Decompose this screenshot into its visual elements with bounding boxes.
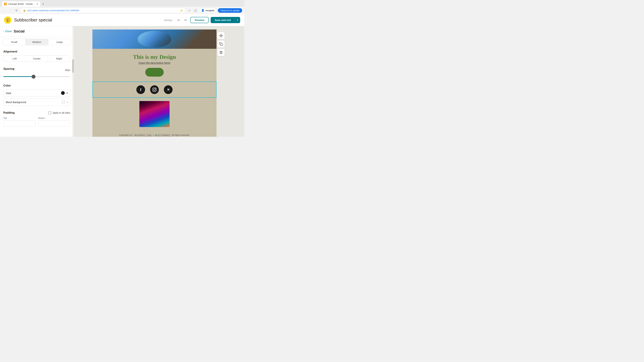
padding-header: Padding Apply to all sides <box>3 111 70 114</box>
tab-favicon: M <box>4 3 7 5</box>
back-button[interactable]: ‹ Done <box>3 30 12 33</box>
spacing-value: 30px <box>65 68 70 71</box>
save-dropdown-button[interactable]: ▾ <box>235 17 240 23</box>
bookmark-button[interactable]: ☆ <box>187 8 192 13</box>
align-right-button[interactable]: Right <box>48 55 70 62</box>
block-background-row[interactable]: Block Background › <box>3 98 70 106</box>
new-tab-button[interactable]: + <box>41 2 46 6</box>
slider-fill <box>3 76 34 77</box>
left-panel: ‹ Done Social Small Medium Large Alignme… <box>0 26 74 137</box>
social-section[interactable]: f ✕ <box>92 82 216 98</box>
active-tab[interactable]: M Campaign Builder - Sample Tem... ✕ <box>2 1 40 7</box>
save-exit-button[interactable]: Save and exit <box>211 17 235 23</box>
content-image <box>139 101 170 127</box>
bottom-input[interactable] <box>38 120 70 126</box>
design-subtitle: Insert the description here! <box>99 61 210 64</box>
block-bg-label: Block Background <box>6 101 62 104</box>
main-layout: ‹ Done Social Small Medium Large Alignme… <box>0 26 244 137</box>
footer-separator1: • <box>133 134 134 136</box>
cta-button[interactable] <box>145 68 164 77</box>
color-label: Color <box>3 84 70 87</box>
chevron-down-icon: ▾ <box>66 91 68 95</box>
delete-tool-button[interactable] <box>218 49 224 56</box>
tab-title: Campaign Builder - Sample Tem... <box>8 3 35 5</box>
padding-top-field: Top <box>3 117 36 126</box>
chevron-down-icon: ▾ <box>237 19 238 21</box>
preview-button[interactable]: Preview <box>190 17 209 23</box>
relaunch-button[interactable]: Relaunch to update <box>218 8 242 13</box>
apply-all-checkbox[interactable] <box>48 111 51 114</box>
refresh-button[interactable]: ↻ <box>14 8 19 13</box>
padding-title: Padding <box>3 111 14 114</box>
color-swatch <box>61 91 65 95</box>
spacing-slider[interactable] <box>3 75 70 79</box>
chevron-right-icon: › <box>67 100 68 104</box>
apply-all-label[interactable]: Apply to all sides <box>48 111 70 114</box>
nav-right: ☆ ⬜ 👤 Incognito Relaunch to update <box>187 8 242 13</box>
top-label: Top <box>3 117 36 119</box>
tag-dot <box>135 135 136 136</box>
back-button[interactable]: ‹ <box>2 8 7 13</box>
mailchimp-logo: 🐒 <box>4 16 12 24</box>
duplicate-tool-button[interactable] <box>218 40 224 48</box>
back-arrow-icon: ‹ <box>3 30 4 33</box>
svg-rect-3 <box>220 43 222 45</box>
right-tools <box>216 29 226 133</box>
svg-point-2 <box>155 88 156 89</box>
logo-emoji: 🐒 <box>6 18 10 22</box>
undo-redo-group: ↩ ↪ <box>176 17 188 23</box>
redo-button[interactable]: ↪ <box>182 17 188 23</box>
incognito-profile[interactable]: 👤 Incognito <box>199 8 216 13</box>
size-selector: Small Medium Large <box>0 37 74 47</box>
windows-button[interactable]: ⬜ <box>193 8 198 13</box>
back-label: Done <box>5 30 12 33</box>
size-large-button[interactable]: Large <box>48 39 71 45</box>
forward-button[interactable]: › <box>8 8 13 13</box>
align-center-button[interactable]: Center <box>26 55 48 62</box>
padding-section: Padding Apply to all sides Top Bottom <box>0 108 74 129</box>
instagram-icon[interactable] <box>150 85 159 94</box>
address-bar[interactable]: 🔒 us21.admin.mailchimp.com/email/editor?… <box>20 8 186 13</box>
x-twitter-icon[interactable]: ✕ <box>164 85 172 94</box>
svg-rect-0 <box>152 88 156 91</box>
header-actions: Saving... ↩ ↪ Preview Save and exit ▾ <box>164 17 240 23</box>
slider-thumb[interactable] <box>32 75 36 78</box>
panel-title: Social <box>14 29 25 33</box>
size-small-button[interactable]: Small <box>3 39 26 45</box>
alignment-group: Left Center Right <box>3 55 70 62</box>
color-dropdown[interactable]: Dark ▾ <box>3 89 70 97</box>
bottom-label: Bottom <box>38 117 70 119</box>
spacing-header: Spacing 30px <box>3 67 70 72</box>
no-color-icon <box>62 100 65 104</box>
campaign-name: Subbscriber special <box>14 17 161 23</box>
incognito-label: Incognito <box>206 9 214 12</box>
padding-fields: Top Bottom <box>3 117 70 126</box>
top-input[interactable] <box>3 120 36 126</box>
image-section <box>92 98 216 131</box>
alignment-section: Alignment Left Center Right <box>0 47 74 64</box>
undo-button[interactable]: ↩ <box>176 17 182 23</box>
tag-dot2 <box>156 135 156 136</box>
hero-photo <box>138 31 171 48</box>
copyright-text: Copyright (C) <box>119 134 132 136</box>
color-section: Color Dark ▾ Block Background › <box>0 81 74 108</box>
facebook-icon[interactable]: f <box>136 85 145 94</box>
align-left-button[interactable]: Left <box>4 55 26 62</box>
scrollbar-thumb[interactable] <box>72 59 74 73</box>
hero-image <box>92 29 216 49</box>
footer-rights: All rights reserved. <box>172 134 190 136</box>
footer-line1: Copyright (C) • CURRENT_YEAR • LIST:COMP… <box>95 134 214 137</box>
move-tool-button[interactable] <box>218 32 224 39</box>
tab-bar: M Campaign Builder - Sample Tem... ✕ + <box>0 0 244 7</box>
padding-bottom-field: Bottom <box>38 117 70 126</box>
canvas-area: This is my Design Insert the description… <box>74 26 244 137</box>
url-text: us21.admin.mailchimp.com/email/editor?id… <box>27 9 179 12</box>
tab-close-button[interactable]: ✕ <box>36 3 38 5</box>
size-medium-button[interactable]: Medium <box>26 39 48 45</box>
svg-point-1 <box>154 89 156 91</box>
spacing-section: Spacing 30px <box>0 64 74 81</box>
year-token: CURRENT_YEAR <box>134 134 152 137</box>
company-token: LIST:COMPANY <box>154 134 171 137</box>
browser-chrome: M Campaign Builder - Sample Tem... ✕ + ‹… <box>0 0 244 14</box>
email-canvas: This is my Design Insert the description… <box>92 29 216 133</box>
